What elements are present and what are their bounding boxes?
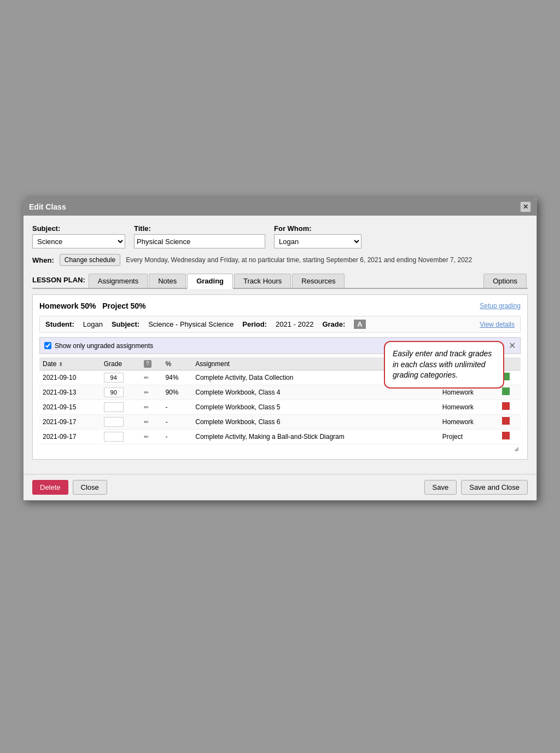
title-label: Title: xyxy=(134,224,265,233)
grading-content: Homework 50% Project 50% Setup grading S… xyxy=(32,294,528,460)
cell-assignment: Complete Workbook, Class 6 xyxy=(192,414,429,429)
grade-badge: A xyxy=(354,320,365,329)
cell-edit[interactable]: ✏ xyxy=(141,399,162,414)
col-grade: Grade xyxy=(101,357,141,370)
cell-category: Homework xyxy=(439,414,499,429)
title-input[interactable] xyxy=(134,234,265,248)
cell-status xyxy=(499,429,521,444)
footer-right: Save Save and Close xyxy=(424,480,528,495)
grade-input[interactable] xyxy=(104,387,124,397)
close-button[interactable]: Close xyxy=(73,480,107,495)
modal-close-button[interactable]: ✕ xyxy=(520,201,531,212)
cell-date: 2021-09-15 xyxy=(39,399,101,414)
modal-backdrop: Edit Class ✕ Subject: Science Title: For… xyxy=(0,0,560,753)
cell-spacer xyxy=(429,429,439,444)
period-value: 2021 - 2022 xyxy=(276,320,313,328)
setup-grading-link[interactable]: Setup grading xyxy=(480,302,521,310)
cell-assignment: Complete Activity, Making a Ball-and-Sti… xyxy=(192,429,429,444)
col-help: ? xyxy=(141,357,162,370)
grade-input[interactable] xyxy=(104,432,124,442)
resize-handle[interactable]: ◢ xyxy=(39,444,521,453)
grade-label: Grade: xyxy=(322,320,345,328)
close-ungraded-icon[interactable]: ✕ xyxy=(509,340,516,351)
show-ungraded-checkbox[interactable] xyxy=(44,342,51,349)
grading-categories: Homework 50% Project 50% xyxy=(39,302,146,310)
tab-assignments[interactable]: Assignments xyxy=(89,274,148,288)
cell-category: Homework xyxy=(439,399,499,414)
cell-assignment: Complete Workbook, Class 5 xyxy=(192,399,429,414)
date-sort-icon[interactable]: ⬍ xyxy=(59,361,63,367)
show-ungraded-label: Show only ungraded assignments xyxy=(55,342,153,350)
subject-label-info: Subject: xyxy=(112,320,139,328)
edit-class-modal: Edit Class ✕ Subject: Science Title: For… xyxy=(23,198,537,501)
cell-grade xyxy=(101,399,141,414)
tooltip-bubble: Easily enter and track grades in each cl… xyxy=(384,341,504,389)
title-group: Title: xyxy=(134,224,265,248)
cell-grade xyxy=(101,429,141,444)
grade-input[interactable] xyxy=(104,402,124,412)
cell-status xyxy=(499,399,521,414)
lesson-plan-section: LESSON PLAN: Assignments Notes Grading T… xyxy=(32,274,528,460)
tab-resources[interactable]: Resources xyxy=(292,274,345,288)
tooltip-text: Easily enter and track grades in each cl… xyxy=(393,349,492,379)
edit-icon[interactable]: ✏ xyxy=(144,389,149,396)
table-row: 2021-09-17 ✏ - Complete Activity, Making… xyxy=(39,429,521,444)
change-schedule-button[interactable]: Change schedule xyxy=(60,254,120,266)
subject-label: Subject: xyxy=(32,224,125,233)
delete-button[interactable]: Delete xyxy=(32,480,68,495)
forwhom-group: For Whom: Logan xyxy=(274,224,361,248)
save-close-button[interactable]: Save and Close xyxy=(461,480,528,495)
modal-body: Subject: Science Title: For Whom: Logan … xyxy=(24,216,536,474)
form-row-top: Subject: Science Title: For Whom: Logan xyxy=(32,224,528,248)
tabs-row: LESSON PLAN: Assignments Notes Grading T… xyxy=(32,274,528,289)
cell-percent: - xyxy=(162,414,192,429)
cell-spacer xyxy=(429,399,439,414)
grade-help-icon[interactable]: ? xyxy=(144,360,151,368)
cell-percent: 90% xyxy=(162,385,192,399)
modal-titlebar: Edit Class ✕ xyxy=(24,198,536,216)
cell-percent: - xyxy=(162,429,192,444)
save-button[interactable]: Save xyxy=(424,480,457,495)
col-date: Date ⬍ xyxy=(39,357,101,370)
footer-left: Delete Close xyxy=(32,480,107,495)
edit-icon[interactable]: ✏ xyxy=(144,404,149,410)
student-name: Logan xyxy=(83,320,103,328)
subject-select[interactable]: Science xyxy=(32,234,125,248)
grade-input[interactable] xyxy=(104,373,124,383)
student-label: Student: xyxy=(45,320,74,328)
tab-options[interactable]: Options xyxy=(483,274,527,288)
status-dot xyxy=(502,387,510,395)
cell-grade xyxy=(101,385,141,399)
tab-notes[interactable]: Notes xyxy=(149,274,186,288)
edit-icon[interactable]: ✏ xyxy=(144,433,149,440)
when-text: Every Monday, Wednesday and Friday, at n… xyxy=(126,256,472,264)
period-label: Period: xyxy=(242,320,267,328)
cell-grade xyxy=(101,414,141,429)
cell-date: 2021-09-10 xyxy=(39,370,101,385)
cell-edit[interactable]: ✏ xyxy=(141,370,162,385)
cell-spacer xyxy=(429,414,439,429)
tab-grading[interactable]: Grading xyxy=(187,274,233,289)
status-dot xyxy=(502,402,510,410)
status-dot xyxy=(502,417,510,425)
forwhom-select[interactable]: Logan xyxy=(274,234,361,248)
cell-category: Project xyxy=(439,429,499,444)
cell-edit[interactable]: ✏ xyxy=(141,385,162,399)
forwhom-label: For Whom: xyxy=(274,224,361,233)
view-details-link[interactable]: View details xyxy=(480,321,515,328)
grade-input[interactable] xyxy=(104,417,124,427)
cell-status xyxy=(499,385,521,399)
status-dot xyxy=(502,432,510,439)
cell-edit[interactable]: ✏ xyxy=(141,429,162,444)
cell-date: 2021-09-17 xyxy=(39,414,101,429)
edit-icon[interactable]: ✏ xyxy=(144,374,149,381)
cell-date: 2021-09-13 xyxy=(39,385,101,399)
when-row: When: Change schedule Every Monday, Wedn… xyxy=(32,254,528,266)
cell-edit[interactable]: ✏ xyxy=(141,414,162,429)
col-percent: % xyxy=(162,357,192,370)
edit-icon[interactable]: ✏ xyxy=(144,419,149,425)
table-row: 2021-09-17 ✏ - Complete Workbook, Class … xyxy=(39,414,521,429)
cell-status xyxy=(499,414,521,429)
lesson-plan-label: LESSON PLAN: xyxy=(32,276,85,286)
tab-track-hours[interactable]: Track Hours xyxy=(234,274,291,288)
